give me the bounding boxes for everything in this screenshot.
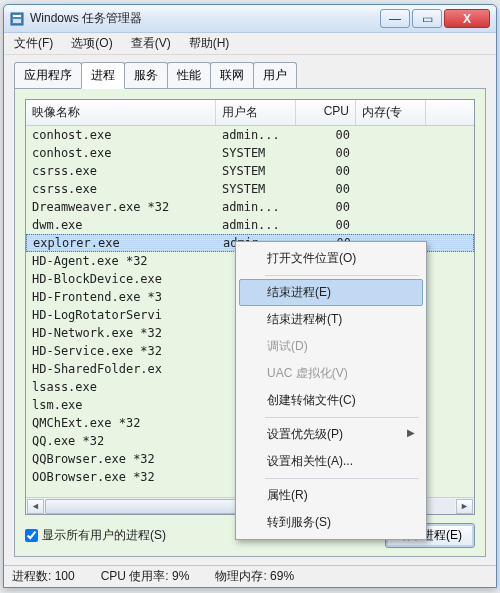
tab-users[interactable]: 用户 <box>253 62 297 89</box>
cell-name: HD-Service.exe *32 <box>26 343 216 359</box>
col-image-name[interactable]: 映像名称 <box>26 100 216 125</box>
ctx-separator <box>265 275 419 276</box>
cell-user: admin... <box>216 199 296 215</box>
window-title: Windows 任务管理器 <box>30 10 378 27</box>
cell-name: OOBrowser.exe *32 <box>26 469 216 485</box>
cell-mem <box>356 152 426 154</box>
ctx-set-affinity[interactable]: 设置相关性(A)... <box>239 448 423 475</box>
table-row[interactable]: csrss.exeSYSTEM00 <box>26 162 474 180</box>
cell-cpu: 00 <box>296 217 356 233</box>
cell-name: QMChExt.exe *32 <box>26 415 216 431</box>
cell-name: explorer.exe <box>27 235 217 251</box>
status-process-count: 进程数: 100 <box>12 568 75 585</box>
task-manager-window: Windows 任务管理器 — ▭ X 文件(F) 选项(O) 查看(V) 帮助… <box>3 4 497 588</box>
table-row[interactable]: csrss.exeSYSTEM00 <box>26 180 474 198</box>
cell-name: conhost.exe <box>26 127 216 143</box>
cell-user: SYSTEM <box>216 163 296 179</box>
cell-name: dwm.exe <box>26 217 216 233</box>
cell-name: HD-Agent.exe *32 <box>26 253 216 269</box>
cell-cpu: 00 <box>296 145 356 161</box>
maximize-button[interactable]: ▭ <box>412 9 442 28</box>
app-icon <box>10 12 24 26</box>
cell-mem <box>356 170 426 172</box>
cell-name: HD-BlockDevice.exe <box>26 271 216 287</box>
cell-name: QQBrowser.exe *32 <box>26 451 216 467</box>
cell-name: lsm.exe <box>26 397 216 413</box>
cell-user: admin... <box>216 127 296 143</box>
table-row[interactable]: conhost.exeSYSTEM00 <box>26 144 474 162</box>
cell-name: HD-Frontend.exe *3 <box>26 289 216 305</box>
ctx-create-dump[interactable]: 创建转储文件(C) <box>239 387 423 414</box>
cell-name: lsass.exe <box>26 379 216 395</box>
cell-cpu: 00 <box>296 181 356 197</box>
cell-user: SYSTEM <box>216 145 296 161</box>
ctx-end-process[interactable]: 结束进程(E) <box>239 279 423 306</box>
chevron-right-icon: ▶ <box>407 427 415 438</box>
context-menu: 打开文件位置(O) 结束进程(E) 结束进程树(T) 调试(D) UAC 虚拟化… <box>235 241 427 540</box>
ctx-open-file-location[interactable]: 打开文件位置(O) <box>239 245 423 272</box>
menu-view[interactable]: 查看(V) <box>127 33 175 54</box>
table-row[interactable]: Dreamweaver.exe *32admin...00 <box>26 198 474 216</box>
ctx-separator <box>265 478 419 479</box>
cell-name: HD-SharedFolder.ex <box>26 361 216 377</box>
status-cpu-usage: CPU 使用率: 9% <box>101 568 190 585</box>
column-headers: 映像名称 用户名 CPU 内存(专 <box>26 100 474 126</box>
table-row[interactable]: conhost.exeadmin...00 <box>26 126 474 144</box>
ctx-separator <box>265 417 419 418</box>
cell-mem <box>356 188 426 190</box>
tab-processes[interactable]: 进程 <box>81 62 125 89</box>
statusbar: 进程数: 100 CPU 使用率: 9% 物理内存: 69% <box>4 565 496 587</box>
menubar: 文件(F) 选项(O) 查看(V) 帮助(H) <box>4 33 496 55</box>
col-cpu[interactable]: CPU <box>296 100 356 125</box>
cell-cpu: 00 <box>296 127 356 143</box>
show-all-users-checkbox[interactable]: 显示所有用户的进程(S) <box>25 527 166 544</box>
tab-applications[interactable]: 应用程序 <box>14 62 82 89</box>
table-row[interactable]: dwm.exeadmin...00 <box>26 216 474 234</box>
ctx-priority-label: 设置优先级(P) <box>267 427 343 441</box>
status-memory: 物理内存: 69% <box>215 568 294 585</box>
close-button[interactable]: X <box>444 9 490 28</box>
cell-name: conhost.exe <box>26 145 216 161</box>
ctx-debug: 调试(D) <box>239 333 423 360</box>
cell-name: HD-LogRotatorServi <box>26 307 216 323</box>
processes-panel: 映像名称 用户名 CPU 内存(专 conhost.exeadmin...00c… <box>14 88 486 557</box>
scroll-right-button[interactable]: ► <box>456 499 473 514</box>
cell-name: csrss.exe <box>26 163 216 179</box>
tabstrip: 应用程序 进程 服务 性能 联网 用户 <box>4 55 496 88</box>
scroll-left-button[interactable]: ◄ <box>27 499 44 514</box>
col-memory[interactable]: 内存(专 <box>356 100 426 125</box>
col-user[interactable]: 用户名 <box>216 100 296 125</box>
cell-cpu: 00 <box>296 199 356 215</box>
tab-services[interactable]: 服务 <box>124 62 168 89</box>
cell-user: admin... <box>216 217 296 233</box>
minimize-button[interactable]: — <box>380 9 410 28</box>
ctx-uac-virtualization: UAC 虚拟化(V) <box>239 360 423 387</box>
window-buttons: — ▭ X <box>378 9 490 28</box>
tab-networking[interactable]: 联网 <box>210 62 254 89</box>
menu-help[interactable]: 帮助(H) <box>185 33 234 54</box>
svg-rect-1 <box>13 15 21 17</box>
ctx-properties[interactable]: 属性(R) <box>239 482 423 509</box>
cell-name: Dreamweaver.exe *32 <box>26 199 216 215</box>
cell-mem <box>356 224 426 226</box>
cell-cpu: 00 <box>296 163 356 179</box>
ctx-end-process-tree[interactable]: 结束进程树(T) <box>239 306 423 333</box>
menu-file[interactable]: 文件(F) <box>10 33 57 54</box>
show-all-users-label: 显示所有用户的进程(S) <box>42 527 166 544</box>
cell-name: QQ.exe *32 <box>26 433 216 449</box>
ctx-set-priority[interactable]: 设置优先级(P)▶ <box>239 421 423 448</box>
menu-options[interactable]: 选项(O) <box>67 33 116 54</box>
tab-performance[interactable]: 性能 <box>167 62 211 89</box>
cell-user: SYSTEM <box>216 181 296 197</box>
show-all-users-input[interactable] <box>25 529 38 542</box>
cell-name: HD-Network.exe *32 <box>26 325 216 341</box>
titlebar[interactable]: Windows 任务管理器 — ▭ X <box>4 5 496 33</box>
ctx-goto-services[interactable]: 转到服务(S) <box>239 509 423 536</box>
svg-rect-2 <box>13 19 21 23</box>
cell-name: csrss.exe <box>26 181 216 197</box>
cell-mem <box>356 206 426 208</box>
cell-mem <box>356 134 426 136</box>
